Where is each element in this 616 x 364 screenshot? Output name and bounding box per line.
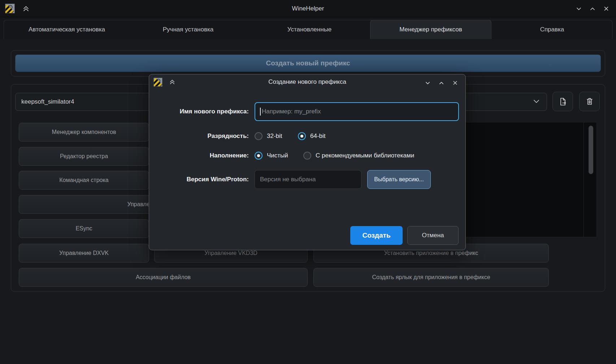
dialog-maximize-button[interactable] bbox=[434, 76, 448, 89]
create-prefix-dialog: ⚙ Создание нового префикса bbox=[149, 74, 466, 250]
scrollbar-thumb[interactable] bbox=[589, 126, 593, 174]
chevron-down-icon bbox=[425, 80, 430, 86]
maximize-button[interactable] bbox=[586, 2, 599, 16]
export-prefix-button[interactable] bbox=[552, 92, 573, 111]
tab-strip: Автоматическая установка Ручная установк… bbox=[0, 18, 616, 39]
esync-button[interactable]: ESync bbox=[19, 219, 149, 238]
create-new-prefix-button[interactable]: Создать новый префикс bbox=[15, 55, 601, 72]
file-associations-button[interactable]: Ассоциации файлов bbox=[19, 268, 308, 287]
radio-32bit-label[interactable]: 32-bit bbox=[267, 132, 282, 140]
scrollbar-track-divider bbox=[584, 122, 584, 237]
close-icon bbox=[603, 6, 609, 12]
document-export-icon bbox=[558, 97, 568, 107]
tab-prefix-manager[interactable]: Менеджер префиксов bbox=[370, 20, 491, 39]
choose-version-button[interactable]: Выбрать версию... bbox=[367, 170, 431, 189]
winehelper-window: ⚙ WineHelper Автоматическая установка Ру… bbox=[0, 0, 616, 364]
create-shortcut-button[interactable]: Создать ярлык для приложения в префиксе bbox=[313, 268, 549, 287]
filling-label: Наполнение: bbox=[156, 148, 249, 163]
radio-recommended-libs-label[interactable]: С рекомендуемыми библиотеками bbox=[316, 152, 414, 160]
close-button[interactable] bbox=[599, 2, 613, 16]
dialog-close-button[interactable] bbox=[448, 76, 462, 89]
command-line-button[interactable]: Командная строка bbox=[19, 171, 149, 190]
close-icon bbox=[452, 80, 458, 86]
bitness-label: Разрядность: bbox=[156, 129, 249, 144]
tab-help[interactable]: Справка bbox=[491, 20, 613, 39]
radio-32bit[interactable] bbox=[255, 132, 263, 140]
prefix-name-input[interactable]: Например: my_prefix bbox=[255, 102, 459, 121]
minimize-button[interactable] bbox=[572, 2, 586, 16]
radio-recommended-libs[interactable] bbox=[303, 152, 311, 160]
window-controls bbox=[572, 0, 613, 17]
window-title: WineHelper bbox=[0, 5, 616, 12]
dxvk-management-button[interactable]: Управление DXVK bbox=[19, 244, 149, 263]
prefix-selector-value: keepsoft_similator4 bbox=[21, 98, 74, 105]
chevron-up-icon bbox=[439, 80, 444, 86]
dialog-titlebar[interactable]: ⚙ Создание нового префикса bbox=[149, 74, 465, 90]
dialog-title: Создание нового префикса bbox=[149, 78, 465, 86]
titlebar[interactable]: ⚙ WineHelper bbox=[0, 0, 616, 17]
prefix-name-label: Имя нового префикса: bbox=[156, 102, 249, 121]
chevron-up-icon bbox=[590, 6, 595, 12]
tab-installed[interactable]: Установленные bbox=[249, 20, 370, 39]
chevron-down-icon bbox=[533, 99, 539, 104]
wine-version-placeholder: Версия не выбрана bbox=[260, 176, 316, 183]
dialog-minimize-button[interactable] bbox=[421, 76, 434, 89]
dialog-cancel-button[interactable]: Отмена bbox=[407, 226, 459, 245]
components-manager-button[interactable]: Менеджер компонентов bbox=[19, 123, 149, 142]
radio-clean-label[interactable]: Чистый bbox=[267, 152, 288, 160]
tab-auto-install[interactable]: Автоматическая установка bbox=[6, 20, 127, 39]
registry-editor-button[interactable]: Редактор реестра bbox=[19, 147, 149, 166]
radio-clean[interactable] bbox=[255, 152, 263, 160]
delete-prefix-button[interactable] bbox=[579, 92, 600, 111]
dialog-create-button[interactable]: Создать bbox=[350, 226, 403, 245]
radio-64bit[interactable] bbox=[298, 132, 306, 140]
wine-version-label: Версия Wine/Proton: bbox=[156, 170, 249, 189]
wine-version-value[interactable]: Версия не выбрана bbox=[255, 170, 361, 189]
text-caret bbox=[260, 108, 261, 116]
trash-icon bbox=[585, 97, 594, 106]
dialog-window-controls bbox=[421, 75, 462, 90]
tab-manual-install[interactable]: Ручная установка bbox=[127, 20, 249, 39]
prefix-name-placeholder: Например: my_prefix bbox=[262, 103, 321, 120]
chevron-down-icon bbox=[576, 6, 582, 12]
radio-64bit-label[interactable]: 64-bit bbox=[310, 132, 326, 140]
